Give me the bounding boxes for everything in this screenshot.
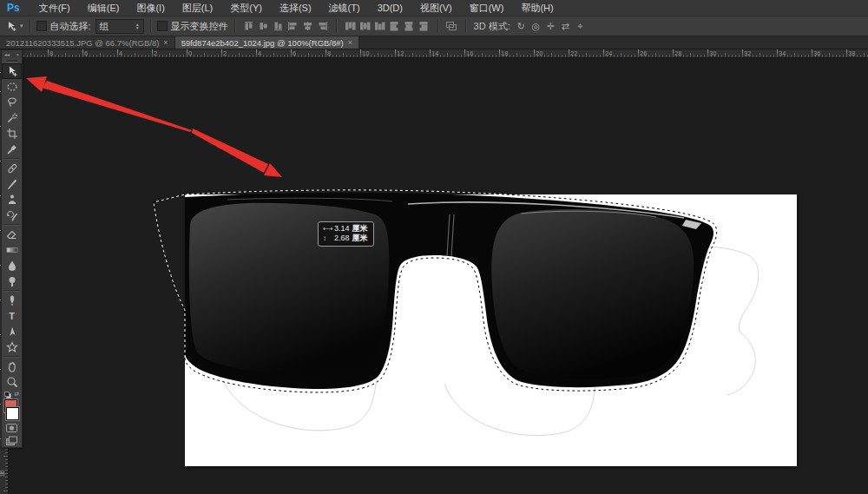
- tab-close-icon[interactable]: ×: [348, 38, 352, 47]
- ruler-label: 2: [223, 49, 227, 57]
- 3d-drag-icon[interactable]: ✛: [543, 21, 558, 32]
- panel-close-icon[interactable]: ×: [16, 52, 19, 57]
- menu-item[interactable]: 选择(S): [271, 0, 320, 16]
- 3d-scale-icon[interactable]: ⌖: [573, 21, 588, 32]
- screen-mode-button[interactable]: [2, 434, 22, 447]
- eyedropper-tool-icon: [6, 143, 18, 155]
- align-right-edges-icon[interactable]: [315, 19, 330, 33]
- 3d-roll-icon[interactable]: ◎: [529, 21, 543, 32]
- lasso-tool[interactable]: [2, 95, 22, 110]
- 3d-rotate-icon[interactable]: ↻: [514, 21, 529, 32]
- blur-tool-icon: [6, 260, 18, 272]
- path-selection-tool[interactable]: [2, 324, 22, 339]
- marquee-tool-icon: [6, 81, 18, 93]
- tool-preset-picker[interactable]: ▾: [5, 20, 23, 32]
- measurement-tooltip: ⟷ 3.14 厘米 ↕ 2.68 厘米: [318, 221, 374, 247]
- marquee-tool[interactable]: [2, 79, 22, 95]
- eraser-tool[interactable]: [2, 227, 22, 242]
- menu-item[interactable]: 文件(F): [30, 0, 79, 16]
- distribute-vertical-centers-icon[interactable]: [358, 19, 372, 33]
- menu-item[interactable]: 类型(Y): [221, 0, 271, 16]
- width-value: 3.14: [334, 224, 350, 234]
- auto-select-label: 自动选择:: [50, 20, 91, 33]
- auto-align-layers-icon[interactable]: [444, 19, 459, 33]
- shape-tool[interactable]: [2, 339, 22, 355]
- hand-tool-icon: [6, 360, 18, 372]
- move-tool[interactable]: [2, 63, 22, 79]
- align-bottom-edges-icon[interactable]: [271, 19, 286, 33]
- shape-tool-icon: [6, 341, 18, 353]
- photoshop-logo: Ps: [7, 2, 20, 14]
- brush-tool[interactable]: [2, 176, 22, 192]
- magic-wand-tool-icon: [6, 112, 18, 124]
- clone-stamp-tool[interactable]: [2, 192, 22, 207]
- distribute-top-icon[interactable]: [343, 19, 358, 33]
- ruler-label: 0: [188, 49, 192, 57]
- distribute-left-icon[interactable]: [387, 19, 402, 33]
- ruler-label: 18: [501, 49, 508, 57]
- quick-mask-icon: [5, 423, 18, 433]
- document-tab-bar: 201211620333515.JPG @ 66.7%(RGB/8)×59fd8…: [0, 36, 868, 49]
- history-brush-tool[interactable]: [2, 207, 22, 223]
- dodge-tool[interactable]: [2, 273, 22, 289]
- eyedropper-tool[interactable]: [2, 142, 22, 157]
- ruler-label: 32: [744, 49, 751, 57]
- height-unit: 厘米: [352, 234, 368, 243]
- menu-item[interactable]: 编辑(E): [79, 0, 128, 16]
- ruler-label: 4: [258, 49, 261, 57]
- tab-title: 59fd874e2b402_1024.jpg @ 100%(RGB/8#): [181, 38, 344, 48]
- align-top-edges-icon[interactable]: [241, 19, 256, 33]
- menu-item[interactable]: 图像(I): [128, 0, 173, 16]
- align-horizontal-centers-icon[interactable]: [300, 19, 315, 33]
- panel-collapse-icon[interactable]: ◂◂: [4, 51, 10, 57]
- 3d-slide-icon[interactable]: ⇄: [558, 21, 573, 32]
- background-color-swatch[interactable]: [6, 407, 19, 420]
- distribute-right-icon[interactable]: [417, 19, 431, 33]
- document-tab[interactable]: 201211620333515.JPG @ 66.7%(RGB/8)×: [0, 36, 175, 49]
- crop-tool[interactable]: [2, 126, 22, 142]
- height-value: 2.68: [334, 234, 350, 243]
- pen-tool[interactable]: [2, 293, 22, 308]
- menu-item[interactable]: 3D(D): [369, 0, 411, 16]
- ruler-label: 28: [674, 49, 681, 57]
- quick-mask-button[interactable]: [2, 421, 22, 434]
- swap-colors-icon[interactable]: ⇄: [14, 391, 19, 398]
- align-left-edges-icon[interactable]: [286, 19, 300, 33]
- auto-select-checkbox[interactable]: [36, 21, 47, 31]
- annotation-arrow: [26, 76, 282, 177]
- pen-tool-icon: [6, 294, 18, 306]
- type-tool[interactable]: T: [2, 308, 22, 324]
- menu-items: 文件(F)编辑(E)图像(I)图层(L)类型(Y)选择(S)滤镜(T)3D(D)…: [30, 0, 562, 16]
- ruler-label: 12: [397, 49, 404, 57]
- distribute-horizontal-centers-icon[interactable]: [402, 19, 417, 33]
- dodge-tool-icon: [6, 275, 18, 287]
- tab-close-icon[interactable]: ×: [163, 38, 168, 47]
- auto-select-target-select[interactable]: 组 ▲▼: [95, 19, 144, 34]
- menu-item[interactable]: 窗口(W): [461, 0, 513, 16]
- hand-tool[interactable]: [2, 359, 22, 374]
- ruler-label: 4: [119, 49, 122, 57]
- menu-item[interactable]: 帮助(H): [512, 0, 562, 16]
- document-tab[interactable]: 59fd874e2b402_1024.jpg @ 100%(RGB/8#)×: [175, 36, 359, 49]
- default-colors-icon[interactable]: [4, 392, 10, 398]
- gradient-tool-icon: [6, 244, 18, 256]
- lasso-tool-icon: [6, 96, 18, 109]
- tools-panel: ◂◂ ×: [1, 49, 23, 448]
- ruler-label: 26: [640, 49, 647, 57]
- blur-tool[interactable]: [2, 258, 22, 273]
- menu-bar: Ps 文件(F)编辑(E)图像(I)图层(L)类型(Y)选择(S)滤镜(T)3D…: [0, 0, 868, 16]
- gradient-tool[interactable]: [2, 242, 22, 258]
- show-transform-controls-checkbox[interactable]: [157, 21, 168, 31]
- distribute-bottom-icon[interactable]: [372, 19, 387, 33]
- menu-item[interactable]: 视图(V): [411, 0, 461, 16]
- menu-item[interactable]: 图层(L): [174, 0, 221, 16]
- document-canvas[interactable]: [185, 194, 797, 466]
- updown-arrows-icon: ▲▼: [135, 23, 140, 30]
- ruler-label: 2: [154, 49, 157, 57]
- magic-wand-tool[interactable]: [2, 110, 22, 126]
- align-vertical-centers-icon[interactable]: [256, 19, 271, 33]
- zoom-tool[interactable]: [2, 374, 22, 390]
- healing-brush-tool[interactable]: [2, 161, 22, 176]
- menu-item[interactable]: 滤镜(T): [320, 0, 369, 16]
- options-bar: ▾ 自动选择: 组 ▲▼ 显示变换控件 3D 模式: ↻ ◎ ✛ ⇄ ⌖: [0, 16, 868, 36]
